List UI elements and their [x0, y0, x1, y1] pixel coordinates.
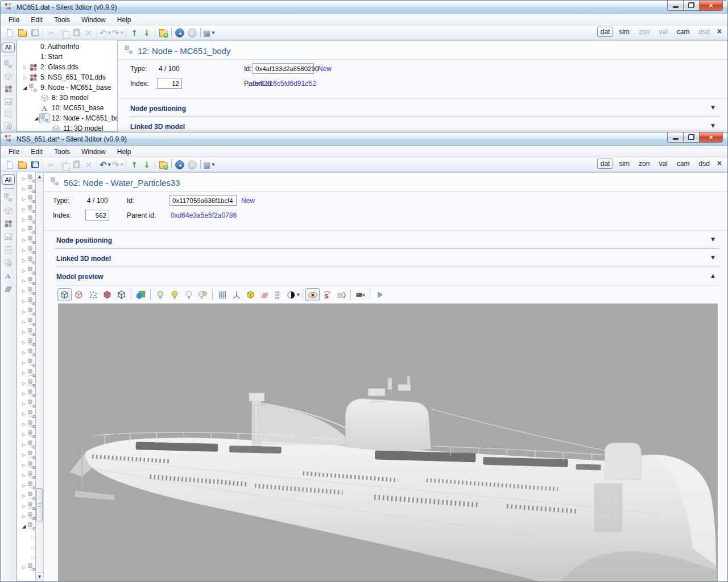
- parent-id-link[interactable]: 0x92f16c5fd6d91d52: [253, 78, 316, 89]
- tree-item[interactable]: ▷: [17, 235, 35, 245]
- background-color-button[interactable]: ▼: [286, 288, 300, 301]
- tree-item[interactable]: ◢9: Node - MC651_base: [17, 82, 117, 93]
- menu-tools[interactable]: Tools: [48, 15, 76, 25]
- nav-back-button[interactable]: ◂: [173, 159, 186, 171]
- format-val-button[interactable]: val: [655, 159, 671, 169]
- scroll-down-icon[interactable]: ▼: [36, 572, 43, 581]
- section-linked-3d-model[interactable]: Linked 3D model ▼: [55, 249, 719, 267]
- filter-node-button[interactable]: [3, 193, 14, 202]
- tree-item[interactable]: ▷2: Glass.dds: [17, 62, 117, 72]
- section-node-positioning[interactable]: Node positioning ▼: [55, 231, 719, 249]
- dropdown-arrow-icon[interactable]: ▼: [297, 293, 300, 297]
- section-linked-3d-model[interactable]: Linked 3D model ▼: [129, 117, 719, 132]
- move-down-button[interactable]: ↓: [140, 159, 153, 171]
- add-chunk-button[interactable]: [157, 27, 169, 39]
- expander-collapsed-icon[interactable]: ▷: [20, 350, 27, 355]
- eye-view-button[interactable]: [305, 288, 320, 301]
- dropdown-arrow-icon[interactable]: ▼: [121, 163, 123, 167]
- chevron-up-icon[interactable]: ▲: [711, 273, 715, 278]
- new-link[interactable]: New: [318, 63, 332, 74]
- close-document-button[interactable]: ×: [714, 27, 725, 37]
- tree-item[interactable]: 8: 3D model: [17, 93, 117, 103]
- dropdown-arrow-icon[interactable]: ▼: [121, 31, 123, 35]
- model-viewport[interactable]: [58, 304, 718, 581]
- section-node-positioning[interactable]: Node positioning ▼: [129, 99, 719, 117]
- tree-item[interactable]: ◢: [17, 521, 35, 531]
- tree-item[interactable]: ▷: [17, 184, 35, 194]
- tree-item[interactable]: 1: Start: [17, 52, 117, 62]
- material-preview-button[interactable]: [134, 288, 148, 301]
- filter-model-button[interactable]: [3, 72, 14, 81]
- tree-item[interactable]: ▷: [17, 214, 35, 225]
- expander-collapsed-icon[interactable]: ▷: [20, 514, 27, 519]
- new-file-button[interactable]: [3, 159, 16, 171]
- expander-collapsed-icon[interactable]: ▷: [20, 371, 27, 376]
- nav-back-button[interactable]: ◂: [173, 27, 186, 39]
- id-input[interactable]: 0x117059a636f1bcf4: [169, 195, 237, 206]
- tree-item[interactable]: ▷: [17, 317, 35, 327]
- close-document-button[interactable]: ×: [714, 159, 725, 169]
- minimize-button[interactable]: [667, 132, 684, 143]
- filter-info-button[interactable]: i: [3, 258, 14, 268]
- tree-scrollbar[interactable]: ▲ ▼: [36, 172, 44, 581]
- tree-item[interactable]: A10: MC651_base: [17, 103, 117, 113]
- index-input[interactable]: 12: [157, 78, 182, 89]
- toggle-bounding-box-button[interactable]: [243, 288, 258, 301]
- expander-collapsed-icon[interactable]: ▷: [20, 309, 27, 314]
- expander-collapsed-icon[interactable]: ▷: [20, 299, 27, 304]
- tree-item[interactable]: ▷: [17, 470, 35, 480]
- tree-item[interactable]: ▷: [17, 276, 35, 286]
- minimize-button[interactable]: [667, 0, 684, 11]
- tree-item[interactable]: ▷: [17, 357, 35, 368]
- expander-collapsed-icon[interactable]: ▷: [30, 555, 36, 560]
- menu-tools[interactable]: Tools: [48, 147, 76, 157]
- move-down-button[interactable]: ↓: [140, 27, 153, 39]
- tree-item[interactable]: ▷: [17, 265, 35, 276]
- section-model-preview[interactable]: Model preview ▲: [55, 267, 719, 285]
- light-3-button[interactable]: [181, 288, 196, 301]
- dropdown-arrow-icon[interactable]: ▼: [212, 163, 214, 167]
- expander-collapsed-icon[interactable]: ▷: [20, 565, 27, 570]
- auto-spin-button[interactable]: S: [320, 288, 334, 301]
- render-hidden-wire-button[interactable]: [72, 288, 86, 301]
- toggle-grid-button[interactable]: [215, 288, 229, 301]
- tree-item[interactable]: ▷: [17, 439, 35, 450]
- expander-collapsed-icon[interactable]: ▷: [22, 65, 28, 70]
- tree-item[interactable]: ▷: [17, 368, 35, 378]
- filter-image-button[interactable]: [3, 97, 14, 106]
- tree-item[interactable]: ◢12: Node - MC651_bo: [17, 113, 117, 123]
- tree-item[interactable]: ▷: [17, 194, 35, 204]
- expander-collapsed-icon[interactable]: ▷: [20, 207, 27, 212]
- filter-material-button[interactable]: [3, 85, 14, 94]
- expander-collapsed-icon[interactable]: ▷: [20, 452, 27, 458]
- titlebar[interactable]: MC651.dat - Silent 3ditor (v0.9.9) ×: [1, 1, 727, 14]
- expander-collapsed-icon[interactable]: ▷: [20, 330, 27, 335]
- light-2-button[interactable]: [167, 288, 181, 301]
- view-columns-button[interactable]: ▦▼: [202, 27, 216, 39]
- filter-node-button[interactable]: [3, 60, 14, 69]
- menu-window[interactable]: Window: [76, 15, 111, 25]
- reset-origin-button[interactable]: x=0y=0z=0: [272, 288, 286, 301]
- dropdown-arrow-icon[interactable]: ▼: [212, 31, 214, 35]
- filter-all-button[interactable]: All: [2, 43, 15, 52]
- camera-view-button[interactable]: [353, 288, 367, 301]
- format-cam-button[interactable]: cam: [673, 159, 693, 169]
- filter-info-button[interactable]: i: [3, 121, 14, 130]
- expander-collapsed-icon[interactable]: ▷: [20, 432, 27, 437]
- expander-collapsed-icon[interactable]: ▷: [30, 544, 36, 550]
- expander-collapsed-icon[interactable]: ▷: [20, 381, 27, 386]
- expander-collapsed-icon[interactable]: ▷: [20, 319, 27, 325]
- format-dat-button[interactable]: dat: [597, 159, 614, 169]
- tree-item[interactable]: ▷: [17, 511, 35, 521]
- tree-item[interactable]: ▷: [17, 450, 35, 460]
- expander-collapsed-icon[interactable]: ▷: [20, 391, 27, 396]
- tree-item[interactable]: ▷: [17, 490, 35, 501]
- close-button[interactable]: ×: [699, 132, 723, 143]
- expander-expanded-icon[interactable]: ◢: [22, 85, 28, 90]
- expander-expanded-icon[interactable]: ◢: [33, 115, 40, 121]
- tree-item[interactable]: ▷: [17, 480, 35, 490]
- tree-panel[interactable]: 0: AuthorInfo1: Start▷2: Glass.dds▷5: NS…: [16, 40, 118, 132]
- index-input[interactable]: 562: [85, 210, 109, 221]
- id-input[interactable]: 0x4af133d2a6580290: [253, 63, 314, 74]
- expander-collapsed-icon[interactable]: ▷: [20, 483, 27, 488]
